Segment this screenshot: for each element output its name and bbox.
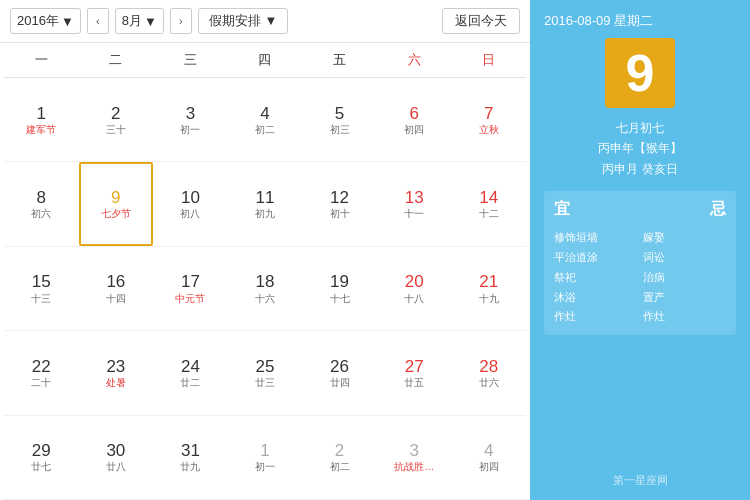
day-number: 19: [330, 272, 349, 292]
calendar-day[interactable]: 27廿五: [377, 331, 452, 414]
yi-ji-content: 修饰垣墙平治道涂祭祀沐浴作灶 嫁娶词讼治病置产作灶: [554, 228, 726, 327]
jieqi-button[interactable]: 假期安排 ▼: [198, 8, 289, 34]
weekday-label: 四: [228, 47, 303, 73]
day-lunar: 廿六: [479, 377, 499, 389]
calendar-day[interactable]: 29廿七: [4, 416, 79, 499]
calendar-section: 2016年 ▼ ‹ 8月 ▼ › 假期安排 ▼ 返回今天 一二三四五六日: [0, 0, 530, 500]
day-lunar: 廿五: [404, 377, 424, 389]
weekday-label: 一: [4, 47, 79, 73]
day-number: 20: [405, 272, 424, 292]
calendar-day[interactable]: 20十八: [377, 247, 452, 330]
calendar-week: 29廿七30廿八31廿九1初一2初二3抗战胜…4初四: [4, 416, 526, 500]
calendar-day[interactable]: 9七夕节: [79, 162, 154, 245]
day-lunar: 十一: [404, 208, 424, 220]
prev-month-button[interactable]: ‹: [87, 8, 109, 34]
calendar-day[interactable]: 28廿六: [451, 331, 526, 414]
calendar-day[interactable]: 3抗战胜…: [377, 416, 452, 499]
day-lunar: 十七: [330, 293, 350, 305]
weekday-label: 三: [153, 47, 228, 73]
calendar-day[interactable]: 1初一: [228, 416, 303, 499]
ji-label: 忌: [710, 199, 726, 220]
calendar-day[interactable]: 23处暑: [79, 331, 154, 414]
calendar-header: 2016年 ▼ ‹ 8月 ▼ › 假期安排 ▼ 返回今天: [0, 0, 530, 43]
yi-ji-header: 宜 忌: [554, 199, 726, 220]
calendar-grid: 一二三四五六日 1建军节2三十3初一4初二5初三6初四7立秋8初六9七夕节10初…: [0, 43, 530, 500]
day-number: 7: [484, 104, 493, 124]
weekday-header: 一二三四五六日: [4, 43, 526, 78]
watermark: 第一星座网: [544, 473, 736, 488]
day-lunar: 初四: [479, 461, 499, 473]
calendar-day[interactable]: 3初一: [153, 78, 228, 161]
calendar-day[interactable]: 14十二: [451, 162, 526, 245]
calendar-day[interactable]: 17中元节: [153, 247, 228, 330]
day-number: 28: [479, 357, 498, 377]
day-lunar: 十四: [106, 293, 126, 305]
calendar-day[interactable]: 31廿九: [153, 416, 228, 499]
calendar-day[interactable]: 5初三: [302, 78, 377, 161]
calendar-day[interactable]: 12初十: [302, 162, 377, 245]
day-lunar: 初四: [404, 124, 424, 136]
calendar-day[interactable]: 2初二: [302, 416, 377, 499]
calendar-day[interactable]: 25廿三: [228, 331, 303, 414]
day-number: 12: [330, 188, 349, 208]
day-number: 1: [37, 104, 46, 124]
calendar-day[interactable]: 6初四: [377, 78, 452, 161]
next-month-button[interactable]: ›: [170, 8, 192, 34]
day-number: 3: [186, 104, 195, 124]
calendar-day[interactable]: 15十三: [4, 247, 79, 330]
calendar-day[interactable]: 18十六: [228, 247, 303, 330]
day-lunar: 初九: [255, 208, 275, 220]
ji-column: 嫁娶词讼治病置产作灶: [643, 228, 726, 327]
calendar-day[interactable]: 19十七: [302, 247, 377, 330]
day-number: 2: [335, 441, 344, 461]
day-lunar: 初二: [330, 461, 350, 473]
calendar-day[interactable]: 7立秋: [451, 78, 526, 161]
calendar-day[interactable]: 10初八: [153, 162, 228, 245]
day-number: 15: [32, 272, 51, 292]
calendar-day[interactable]: 22二十: [4, 331, 79, 414]
month-selector[interactable]: 8月 ▼: [115, 8, 164, 34]
day-number: 4: [260, 104, 269, 124]
day-lunar: 廿三: [255, 377, 275, 389]
ji-item: 置产: [643, 288, 726, 308]
yi-item: 沐浴: [554, 288, 637, 308]
calendar-day[interactable]: 13十一: [377, 162, 452, 245]
day-number: 16: [106, 272, 125, 292]
lunar-line2: 丙申年【猴年】: [544, 138, 736, 158]
yi-item: 平治道涂: [554, 248, 637, 268]
calendar-day[interactable]: 30廿八: [79, 416, 154, 499]
day-number: 8: [37, 188, 46, 208]
day-lunar: 廿二: [180, 377, 200, 389]
calendar-week: 8初六9七夕节10初八11初九12初十13十一14十二: [4, 162, 526, 246]
lunar-info: 七月初七 丙申年【猴年】 丙申月 癸亥日: [544, 118, 736, 179]
day-number: 31: [181, 441, 200, 461]
yi-item: 修饰垣墙: [554, 228, 637, 248]
calendar-day[interactable]: 4初四: [451, 416, 526, 499]
calendar-week: 15十三16十四17中元节18十六19十七20十八21十九: [4, 247, 526, 331]
calendar-day[interactable]: 1建军节: [4, 78, 79, 161]
return-today-button[interactable]: 返回今天: [442, 8, 520, 34]
calendar-day[interactable]: 16十四: [79, 247, 154, 330]
day-number: 17: [181, 272, 200, 292]
calendar-day[interactable]: 11初九: [228, 162, 303, 245]
day-lunar: 初二: [255, 124, 275, 136]
day-number: 29: [32, 441, 51, 461]
day-lunar: 处暑: [106, 377, 126, 389]
month-nav: ‹: [87, 8, 109, 34]
lunar-line1: 七月初七: [544, 118, 736, 138]
day-number: 22: [32, 357, 51, 377]
day-lunar: 十三: [31, 293, 51, 305]
day-lunar: 立秋: [479, 124, 499, 136]
month-label: 8月: [122, 12, 142, 30]
calendar-day[interactable]: 24廿二: [153, 331, 228, 414]
calendar-day[interactable]: 26廿四: [302, 331, 377, 414]
day-number: 18: [256, 272, 275, 292]
ji-item: 作灶: [643, 307, 726, 327]
day-lunar: 十九: [479, 293, 499, 305]
calendar-day[interactable]: 4初二: [228, 78, 303, 161]
calendar-day[interactable]: 8初六: [4, 162, 79, 245]
year-selector[interactable]: 2016年 ▼: [10, 8, 81, 34]
big-day-number: 9: [605, 38, 675, 108]
calendar-day[interactable]: 21十九: [451, 247, 526, 330]
calendar-day[interactable]: 2三十: [79, 78, 154, 161]
